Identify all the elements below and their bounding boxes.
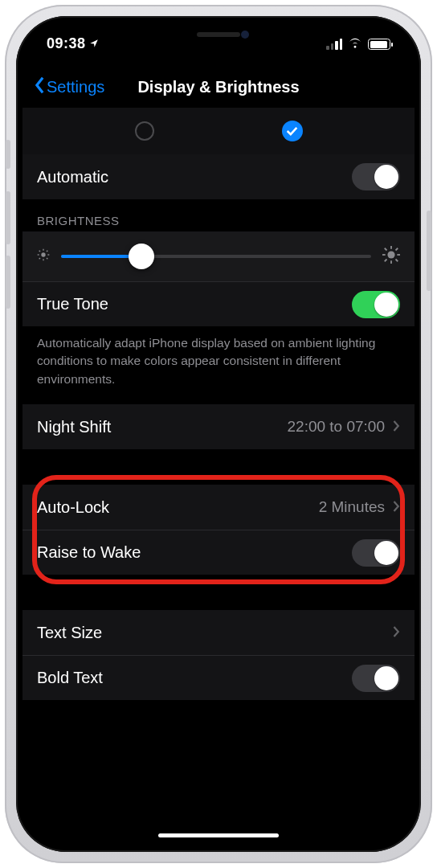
power-button [427,211,431,291]
svg-point-9 [387,251,394,258]
chevron-right-icon [393,498,400,517]
bold-text-row[interactable]: Bold Text [22,655,415,700]
auto-lock-label: Auto-Lock [37,498,109,517]
phone-frame: 09:38 [5,5,432,863]
chevron-left-icon [34,76,46,98]
appearance-light-radio[interactable] [135,121,154,141]
raise-to-wake-label: Raise to Wake [37,543,141,562]
screen: 09:38 [22,23,415,845]
appearance-dark-radio[interactable] [282,121,303,141]
true-tone-row[interactable]: True Tone [22,281,415,326]
svg-line-8 [47,251,47,252]
svg-line-15 [396,260,398,262]
true-tone-toggle[interactable] [352,291,400,318]
chevron-right-icon [393,624,400,642]
night-shift-value: 22:00 to 07:00 [288,418,386,436]
automatic-row[interactable]: Automatic [22,154,415,199]
true-tone-label: True Tone [37,295,108,313]
brightness-low-icon [37,248,50,264]
appearance-selector [22,108,415,154]
location-icon [89,35,99,52]
text-size-row[interactable]: Text Size [22,610,415,655]
brightness-header: BRIGHTNESS [22,199,415,231]
auto-lock-row[interactable]: Auto-Lock 2 Minutes [22,485,415,530]
notch [126,23,311,50]
battery-icon [368,39,390,50]
svg-line-7 [39,258,40,259]
status-time: 09:38 [47,35,86,52]
night-shift-row[interactable]: Night Shift 22:00 to 07:00 [22,404,415,449]
nav-header: Settings Display & Brightness [22,68,415,106]
text-size-label: Text Size [37,624,102,642]
brightness-high-icon [382,246,400,267]
chevron-right-icon [393,418,400,436]
volume-down-button [6,256,10,309]
volume-up-button [6,191,10,244]
svg-line-17 [396,248,398,251]
auto-lock-value: 2 Minutes [319,498,385,516]
page-title: Display & Brightness [137,78,299,96]
home-indicator[interactable] [158,833,279,837]
svg-line-5 [39,251,40,252]
back-button[interactable]: Settings [34,76,104,98]
svg-point-0 [41,252,45,256]
svg-line-16 [385,260,387,262]
wifi-icon [348,37,362,51]
svg-line-14 [385,248,387,251]
true-tone-footer: Automatically adapt iPhone display based… [22,326,415,404]
cellular-signal-icon [326,39,342,50]
bold-text-label: Bold Text [37,669,103,687]
bold-text-toggle[interactable] [352,665,400,692]
svg-line-6 [47,258,47,259]
automatic-label: Automatic [37,168,108,186]
mute-switch [6,140,10,169]
night-shift-label: Night Shift [37,418,111,436]
raise-to-wake-row[interactable]: Raise to Wake [22,530,415,575]
brightness-slider[interactable] [61,255,371,258]
brightness-slider-row [22,231,415,281]
settings-content: Automatic BRIGHTNESS [22,108,415,845]
raise-to-wake-toggle[interactable] [352,539,400,567]
back-label: Settings [47,78,104,96]
automatic-toggle[interactable] [352,163,400,190]
